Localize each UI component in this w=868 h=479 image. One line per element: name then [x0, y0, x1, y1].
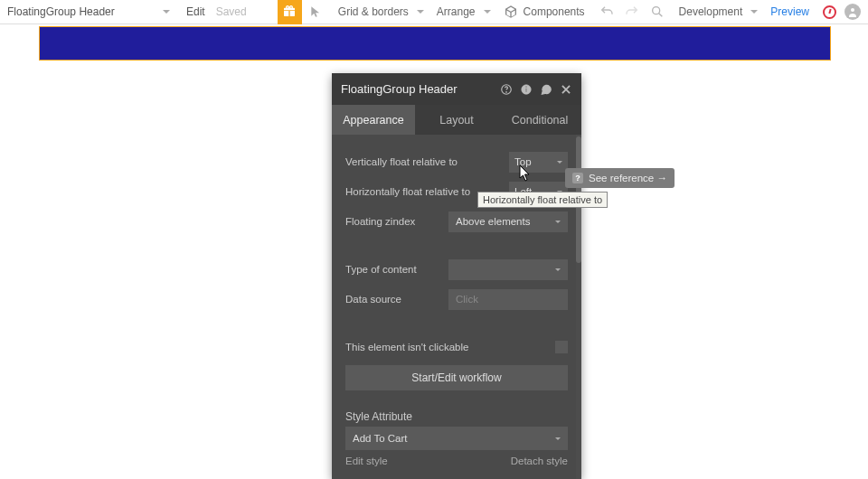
- redo-button[interactable]: [619, 0, 645, 23]
- hover-tooltip: Horizontally float relative to: [477, 192, 608, 208]
- tab-layout[interactable]: Layout: [415, 105, 498, 135]
- vert-float-label: Vertically float relative to: [345, 156, 458, 167]
- zindex-label: Floating zindex: [345, 216, 415, 227]
- top-toolbar: FloatingGroup Header Edit Saved Grid & b…: [0, 0, 868, 24]
- element-selector-dropdown[interactable]: FloatingGroup Header: [0, 0, 179, 23]
- svg-rect-5: [525, 88, 526, 91]
- clickable-checkbox[interactable]: [555, 341, 568, 353]
- clickable-row: This element isn't clickable: [345, 335, 568, 359]
- avatar-icon: [844, 4, 861, 20]
- workflow-button-label: Start/Edit workflow: [411, 371, 501, 384]
- saved-status: Saved: [212, 5, 247, 18]
- style-attribute-value: Add To Cart: [353, 433, 408, 444]
- see-reference-tooltip[interactable]: ? See reference →: [565, 168, 675, 188]
- clickable-label: This element isn't clickable: [345, 342, 468, 352]
- edit-link[interactable]: Edit: [179, 5, 212, 18]
- zindex-row: Floating zindex Above elements: [345, 210, 568, 233]
- grid-borders-dropdown[interactable]: Grid & borders: [329, 0, 428, 23]
- panel-tabs: Appearance Layout Conditional: [332, 105, 581, 135]
- undo-button[interactable]: [594, 0, 619, 23]
- chevron-down-icon: [417, 10, 424, 14]
- search-icon: [650, 5, 665, 19]
- data-source-input[interactable]: Click: [448, 289, 568, 310]
- detach-style-link[interactable]: Detach style: [511, 456, 568, 466]
- editor-canvas[interactable]: FloatingGroup Header Appearance Layout C…: [0, 24, 868, 479]
- chevron-down-icon: [750, 10, 758, 14]
- panel-header[interactable]: FloatingGroup Header: [332, 73, 581, 105]
- gift-button[interactable]: [278, 0, 302, 24]
- data-source-row: Data source Click: [345, 287, 568, 311]
- style-attribute-heading: Style Attribute: [345, 410, 568, 423]
- preview-label: Preview: [770, 5, 809, 18]
- chevron-down-icon: [484, 10, 491, 14]
- content-type-row: Type of content: [345, 258, 568, 281]
- env-label: Development: [679, 5, 743, 18]
- svg-point-1: [851, 8, 854, 12]
- undo-icon: [599, 5, 614, 19]
- svg-point-0: [652, 7, 659, 14]
- svg-point-3: [505, 91, 506, 92]
- chevron-down-icon: [555, 437, 561, 440]
- notification-icon: [823, 5, 836, 19]
- tab-conditional[interactable]: Conditional: [498, 105, 581, 135]
- zindex-value: Above elements: [456, 216, 530, 227]
- vert-float-dropdown[interactable]: Top: [509, 152, 568, 173]
- mouse-cursor: [519, 165, 532, 185]
- pointer-tool[interactable]: [302, 0, 329, 23]
- help-icon[interactable]: [500, 83, 513, 96]
- style-links-row: Edit style Detach style: [345, 456, 568, 466]
- components-label: Components: [524, 5, 585, 18]
- close-icon[interactable]: [560, 83, 572, 96]
- redo-icon: [625, 5, 639, 19]
- arrange-label: Arrange: [437, 5, 476, 18]
- vert-float-row: Vertically float relative to Top: [345, 150, 568, 174]
- env-dropdown[interactable]: Development: [670, 0, 762, 23]
- tab-appearance[interactable]: Appearance: [332, 105, 415, 135]
- panel-body: Vertically float relative to Top Horizon…: [332, 135, 581, 479]
- hover-tooltip-text: Horizontally float relative to: [483, 194, 602, 205]
- info-icon[interactable]: [520, 83, 533, 96]
- arrow-cursor-icon: [309, 5, 322, 18]
- content-type-dropdown[interactable]: [448, 259, 568, 280]
- svg-point-6: [525, 86, 527, 88]
- edit-style-link[interactable]: Edit style: [345, 456, 388, 466]
- arrange-dropdown[interactable]: Arrange: [428, 0, 495, 23]
- notification-button[interactable]: [818, 0, 841, 23]
- panel-title: FloatingGroup Header: [341, 82, 458, 96]
- panel-header-icons: [500, 83, 572, 96]
- element-selector-label: FloatingGroup Header: [7, 5, 115, 18]
- floating-group-header-element[interactable]: [39, 26, 831, 61]
- cube-icon: [504, 5, 518, 19]
- content-type-label: Type of content: [345, 264, 417, 275]
- search-button[interactable]: [645, 0, 670, 23]
- chevron-down-icon: [555, 221, 561, 223]
- account-button[interactable]: [841, 0, 868, 23]
- horiz-float-label: Horizontally float relative to: [345, 186, 470, 197]
- question-icon: ?: [572, 173, 583, 183]
- chevron-down-icon: [163, 10, 170, 14]
- comment-icon[interactable]: [540, 83, 552, 96]
- gift-icon: [282, 4, 297, 21]
- preview-button[interactable]: Preview: [761, 0, 818, 23]
- chevron-down-icon: [555, 268, 561, 271]
- data-source-placeholder: Click: [456, 294, 478, 305]
- property-panel: FloatingGroup Header Appearance Layout C…: [332, 73, 581, 479]
- components-button[interactable]: Components: [495, 0, 594, 23]
- grid-borders-label: Grid & borders: [338, 5, 409, 18]
- chevron-down-icon: [557, 161, 562, 164]
- data-source-label: Data source: [345, 294, 401, 305]
- style-attribute-dropdown[interactable]: Add To Cart: [345, 427, 568, 450]
- see-reference-label: See reference →: [589, 173, 667, 183]
- workflow-button[interactable]: Start/Edit workflow: [345, 365, 568, 390]
- zindex-dropdown[interactable]: Above elements: [448, 211, 568, 232]
